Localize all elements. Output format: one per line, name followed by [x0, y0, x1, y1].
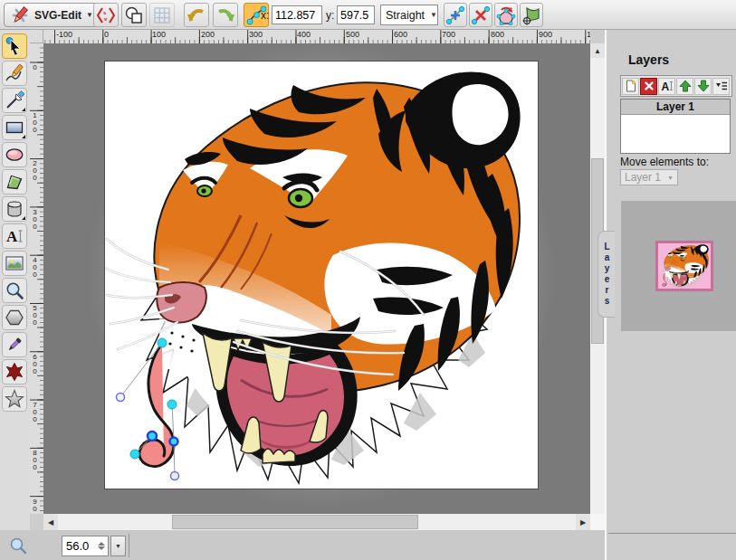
main-menu-button[interactable]: SVG-Edit ▼: [4, 3, 100, 27]
layer-row-selected[interactable]: Layer 1: [621, 100, 730, 115]
v-ruler-label: 300: [31, 208, 38, 230]
redo-button[interactable]: [213, 3, 238, 27]
h-ruler-label: 800: [491, 30, 504, 39]
tool-polygon[interactable]: [2, 305, 27, 330]
add-node-icon: [445, 5, 465, 25]
v-ruler-label: 800: [31, 449, 38, 470]
image-tool-icon: [5, 253, 24, 273]
text-tool-icon: A: [5, 226, 24, 246]
grid-icon: [153, 6, 171, 24]
main-menu-icon: [10, 5, 30, 25]
scroll-up-icon[interactable]: ▲: [590, 43, 605, 58]
main-menu-label: SVG-Edit: [34, 9, 81, 22]
shapes-button[interactable]: [121, 3, 147, 27]
delete-layer-button[interactable]: [640, 78, 657, 95]
tool-line[interactable]: [2, 88, 27, 113]
grid-button[interactable]: [149, 3, 175, 27]
open-close-path-button[interactable]: [494, 3, 518, 27]
svg-canvas-page[interactable]: [105, 62, 538, 489]
source-code-button[interactable]: s v: [93, 3, 119, 27]
x-coordinate-input[interactable]: [272, 5, 322, 24]
layers-toolbar: A: [620, 75, 732, 97]
tool-ellipse[interactable]: [2, 142, 27, 167]
tool-text[interactable]: A: [2, 223, 27, 249]
path-node[interactable]: [130, 450, 139, 459]
h-ruler-label: 300: [249, 30, 263, 39]
segment-type-value: Straight: [386, 9, 425, 22]
layer-menu-button[interactable]: [712, 78, 730, 95]
tool-star[interactable]: [2, 386, 27, 412]
move-elements-caret: ▼: [667, 175, 674, 181]
panel-divider: [608, 533, 736, 534]
delete-node-icon: [471, 5, 491, 25]
move-elements-select[interactable]: Layer 1 ▼: [620, 169, 678, 185]
selected-path-node[interactable]: [148, 432, 157, 441]
h-ruler-label: 500: [346, 30, 359, 39]
tiger-drawing[interactable]: [105, 62, 538, 489]
control-handle[interactable]: [171, 472, 179, 480]
top-toolbar: SVG-Edit ▼ s v: [0, 0, 736, 30]
selected-path-node[interactable]: [170, 438, 178, 446]
y-coordinate-input[interactable]: [337, 5, 375, 24]
tool-rectangle[interactable]: [2, 115, 27, 140]
tool-pencil[interactable]: [2, 61, 27, 86]
new-layer-button[interactable]: [622, 78, 639, 95]
delete-node-button[interactable]: [469, 3, 492, 27]
v-ruler-label: 900: [31, 498, 38, 514]
move-layer-down-icon: [697, 80, 710, 92]
v-ruler-label: 0: [31, 63, 38, 71]
layers-panel: Layers Layers A: [605, 30, 736, 560]
zoom-preset-dropdown[interactable]: ▼: [110, 536, 126, 556]
vertical-ruler: 0 100 200 300 400 500 600 700 800 900: [30, 43, 43, 514]
zoom-tool-icon: [5, 280, 24, 300]
undo-button[interactable]: [184, 3, 209, 27]
scroll-left-icon[interactable]: ◀: [43, 514, 58, 530]
x-coordinate-label: x:: [261, 9, 269, 22]
open-close-path-icon: [496, 5, 516, 25]
convert-to-path-icon: [521, 5, 541, 25]
horizontal-scroll-thumb[interactable]: [172, 515, 418, 529]
tool-path[interactable]: [2, 169, 27, 195]
tool-shape-cylinder[interactable]: [2, 196, 27, 222]
tool-eyedropper[interactable]: [2, 332, 27, 357]
control-handle[interactable]: [117, 394, 125, 402]
zoom-level-field[interactable]: [62, 536, 109, 556]
layers-panel-toggle-tab[interactable]: Layers: [597, 231, 615, 318]
move-layer-up-icon: [679, 80, 692, 92]
scrollbar-corner: [590, 514, 605, 530]
layers-panel-title: Layers: [628, 52, 669, 67]
tool-zoom[interactable]: [2, 278, 27, 303]
preview-subpanel: [621, 201, 736, 331]
h-ruler-label: 600: [394, 30, 407, 39]
ellipse-tool-icon: [5, 145, 24, 165]
h-ruler-label: 200: [201, 30, 215, 39]
v-ruler-label: 700: [31, 401, 38, 422]
convert-to-path-button[interactable]: [520, 3, 543, 27]
shape-library-icon: [5, 362, 24, 382]
move-layer-up-button[interactable]: [676, 78, 693, 95]
canvas-workspace[interactable]: [43, 43, 590, 514]
move-elements-value: Layer 1: [625, 171, 661, 184]
tool-image[interactable]: [2, 251, 27, 276]
move-layer-down-button[interactable]: [694, 78, 712, 95]
star-tool-icon: [5, 389, 24, 409]
zoom-level-input[interactable]: [62, 539, 95, 553]
segment-type-select[interactable]: Straight ▼: [380, 5, 438, 25]
polygon-tool-icon: [5, 308, 24, 327]
horizontal-scrollbar[interactable]: ◀ ▶: [43, 514, 590, 530]
zoom-spinner-icon[interactable]: [95, 542, 108, 550]
ruler-corner: [30, 30, 43, 43]
layer-list[interactable]: Layer 1: [620, 99, 731, 154]
add-node-button[interactable]: [444, 3, 467, 27]
tiger-thumbnail-image: [658, 243, 711, 289]
path-node[interactable]: [158, 338, 167, 347]
path-node[interactable]: [167, 400, 177, 409]
scroll-right-icon[interactable]: ▶: [576, 514, 590, 530]
source-code-icon: s v: [95, 5, 117, 25]
delete-layer-icon: [644, 81, 655, 91]
tool-shape-library[interactable]: [2, 359, 27, 384]
v-ruler-label: 200: [31, 159, 38, 181]
tool-select[interactable]: [2, 33, 27, 59]
drawing-thumbnail[interactable]: [655, 241, 713, 291]
rename-layer-button[interactable]: A: [658, 78, 675, 95]
